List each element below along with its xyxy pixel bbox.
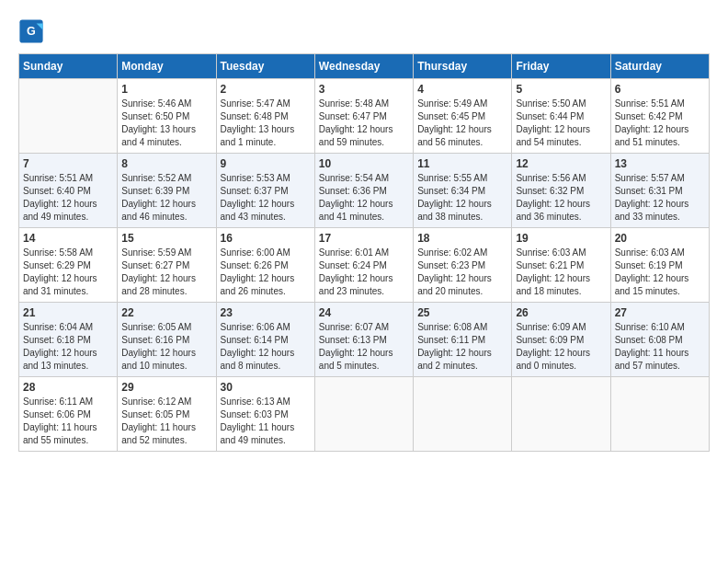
day-number: 9 [221,157,311,170]
calendar-row: 1Sunrise: 5:46 AM Sunset: 6:50 PM Daylig… [19,79,710,154]
day-info: Sunrise: 5:55 AM Sunset: 6:34 PM Dayligh… [417,172,507,224]
day-info: Sunrise: 6:04 AM Sunset: 6:18 PM Dayligh… [23,321,113,373]
day-info: Sunrise: 6:11 AM Sunset: 6:06 PM Dayligh… [23,396,113,447]
calendar-cell: 9Sunrise: 5:53 AM Sunset: 6:37 PM Daylig… [216,154,314,228]
day-info: Sunrise: 5:52 AM Sunset: 6:39 PM Dayligh… [121,172,211,224]
day-info: Sunrise: 5:48 AM Sunset: 6:47 PM Dayligh… [319,98,409,149]
day-number: 17 [319,232,409,245]
day-info: Sunrise: 6:06 AM Sunset: 6:14 PM Dayligh… [221,321,311,373]
day-number: 10 [319,157,409,170]
day-info: Sunrise: 6:10 AM Sunset: 6:08 PM Dayligh… [615,321,705,373]
calendar-cell: 23Sunrise: 6:06 AM Sunset: 6:14 PM Dayli… [216,303,314,377]
calendar-table: SundayMondayTuesdayWednesdayThursdayFrid… [18,53,710,452]
header-cell-thursday: Thursday [414,54,512,79]
day-info: Sunrise: 5:51 AM Sunset: 6:40 PM Dayligh… [23,172,113,224]
calendar-cell: 6Sunrise: 5:51 AM Sunset: 6:42 PM Daylig… [610,79,709,154]
calendar-cell: 16Sunrise: 6:00 AM Sunset: 6:26 PM Dayli… [216,228,314,303]
calendar-cell: 13Sunrise: 5:57 AM Sunset: 6:31 PM Dayli… [610,154,709,228]
calendar-cell: 29Sunrise: 6:12 AM Sunset: 6:05 PM Dayli… [118,377,216,452]
day-number: 13 [615,157,705,170]
logo-icon: G [18,18,44,44]
day-info: Sunrise: 6:09 AM Sunset: 6:09 PM Dayligh… [516,321,606,373]
day-number: 26 [516,306,606,319]
calendar-cell: 17Sunrise: 6:01 AM Sunset: 6:24 PM Dayli… [314,228,413,303]
calendar-cell: 12Sunrise: 5:56 AM Sunset: 6:32 PM Dayli… [512,154,610,228]
day-info: Sunrise: 6:03 AM Sunset: 6:21 PM Dayligh… [516,247,606,298]
day-info: Sunrise: 5:59 AM Sunset: 6:27 PM Dayligh… [121,247,211,298]
header-cell-tuesday: Tuesday [216,54,314,79]
day-info: Sunrise: 5:51 AM Sunset: 6:42 PM Dayligh… [615,98,705,149]
day-info: Sunrise: 6:12 AM Sunset: 6:05 PM Dayligh… [121,396,211,447]
day-info: Sunrise: 6:01 AM Sunset: 6:24 PM Dayligh… [319,247,409,298]
day-info: Sunrise: 5:53 AM Sunset: 6:37 PM Dayligh… [221,172,311,224]
calendar-cell [512,377,610,452]
calendar-cell [314,377,413,452]
svg-text:G: G [27,25,36,38]
day-info: Sunrise: 5:58 AM Sunset: 6:29 PM Dayligh… [23,247,113,298]
day-info: Sunrise: 5:57 AM Sunset: 6:31 PM Dayligh… [615,172,705,224]
calendar-header: SundayMondayTuesdayWednesdayThursdayFrid… [19,54,710,79]
calendar-cell [19,79,118,154]
day-number: 5 [516,83,606,96]
calendar-cell: 3Sunrise: 5:48 AM Sunset: 6:47 PM Daylig… [314,79,413,154]
day-info: Sunrise: 6:03 AM Sunset: 6:19 PM Dayligh… [615,247,705,298]
day-number: 2 [221,83,311,96]
day-number: 3 [319,83,409,96]
calendar-cell: 14Sunrise: 5:58 AM Sunset: 6:29 PM Dayli… [19,228,118,303]
header-cell-sunday: Sunday [19,54,118,79]
day-number: 12 [516,157,606,170]
day-number: 4 [417,83,507,96]
day-info: Sunrise: 6:05 AM Sunset: 6:16 PM Dayligh… [121,321,211,373]
day-number: 18 [417,232,507,245]
calendar-cell: 7Sunrise: 5:51 AM Sunset: 6:40 PM Daylig… [19,154,118,228]
calendar-cell: 8Sunrise: 5:52 AM Sunset: 6:39 PM Daylig… [118,154,216,228]
calendar-cell: 18Sunrise: 6:02 AM Sunset: 6:23 PM Dayli… [414,228,512,303]
day-number: 29 [121,381,211,394]
day-number: 21 [23,306,113,319]
day-info: Sunrise: 5:54 AM Sunset: 6:36 PM Dayligh… [319,172,409,224]
calendar-cell: 24Sunrise: 6:07 AM Sunset: 6:13 PM Dayli… [314,303,413,377]
day-number: 20 [615,232,705,245]
day-number: 28 [23,381,113,394]
calendar-body: 1Sunrise: 5:46 AM Sunset: 6:50 PM Daylig… [19,79,710,452]
calendar-cell: 25Sunrise: 6:08 AM Sunset: 6:11 PM Dayli… [414,303,512,377]
calendar-row: 7Sunrise: 5:51 AM Sunset: 6:40 PM Daylig… [19,154,710,228]
day-number: 23 [221,306,311,319]
day-number: 30 [221,381,311,394]
calendar-cell: 22Sunrise: 6:05 AM Sunset: 6:16 PM Dayli… [118,303,216,377]
calendar-cell: 19Sunrise: 6:03 AM Sunset: 6:21 PM Dayli… [512,228,610,303]
calendar-row: 28Sunrise: 6:11 AM Sunset: 6:06 PM Dayli… [19,377,710,452]
day-number: 6 [615,83,705,96]
day-number: 1 [121,83,211,96]
calendar-cell [414,377,512,452]
day-number: 19 [516,232,606,245]
day-number: 11 [417,157,507,170]
calendar-cell: 30Sunrise: 6:13 AM Sunset: 6:03 PM Dayli… [216,377,314,452]
header-row: SundayMondayTuesdayWednesdayThursdayFrid… [19,54,710,79]
calendar-cell: 20Sunrise: 6:03 AM Sunset: 6:19 PM Dayli… [610,228,709,303]
calendar-row: 21Sunrise: 6:04 AM Sunset: 6:18 PM Dayli… [19,303,710,377]
day-number: 24 [319,306,409,319]
day-number: 14 [23,232,113,245]
day-info: Sunrise: 5:47 AM Sunset: 6:48 PM Dayligh… [221,98,311,149]
day-info: Sunrise: 5:50 AM Sunset: 6:44 PM Dayligh… [516,98,606,149]
calendar-cell: 15Sunrise: 5:59 AM Sunset: 6:27 PM Dayli… [118,228,216,303]
day-number: 8 [121,157,211,170]
header-cell-wednesday: Wednesday [314,54,413,79]
calendar-cell: 1Sunrise: 5:46 AM Sunset: 6:50 PM Daylig… [118,79,216,154]
calendar-row: 14Sunrise: 5:58 AM Sunset: 6:29 PM Dayli… [19,228,710,303]
logo: G [18,18,48,44]
calendar-cell: 2Sunrise: 5:47 AM Sunset: 6:48 PM Daylig… [216,79,314,154]
day-info: Sunrise: 6:13 AM Sunset: 6:03 PM Dayligh… [221,396,311,447]
day-number: 27 [615,306,705,319]
header-cell-saturday: Saturday [610,54,709,79]
day-info: Sunrise: 6:00 AM Sunset: 6:26 PM Dayligh… [221,247,311,298]
day-info: Sunrise: 6:02 AM Sunset: 6:23 PM Dayligh… [417,247,507,298]
calendar-cell: 27Sunrise: 6:10 AM Sunset: 6:08 PM Dayli… [610,303,709,377]
day-info: Sunrise: 6:07 AM Sunset: 6:13 PM Dayligh… [319,321,409,373]
day-number: 22 [121,306,211,319]
calendar-cell: 21Sunrise: 6:04 AM Sunset: 6:18 PM Dayli… [19,303,118,377]
day-info: Sunrise: 5:46 AM Sunset: 6:50 PM Dayligh… [121,98,211,149]
calendar-cell: 5Sunrise: 5:50 AM Sunset: 6:44 PM Daylig… [512,79,610,154]
day-number: 7 [23,157,113,170]
